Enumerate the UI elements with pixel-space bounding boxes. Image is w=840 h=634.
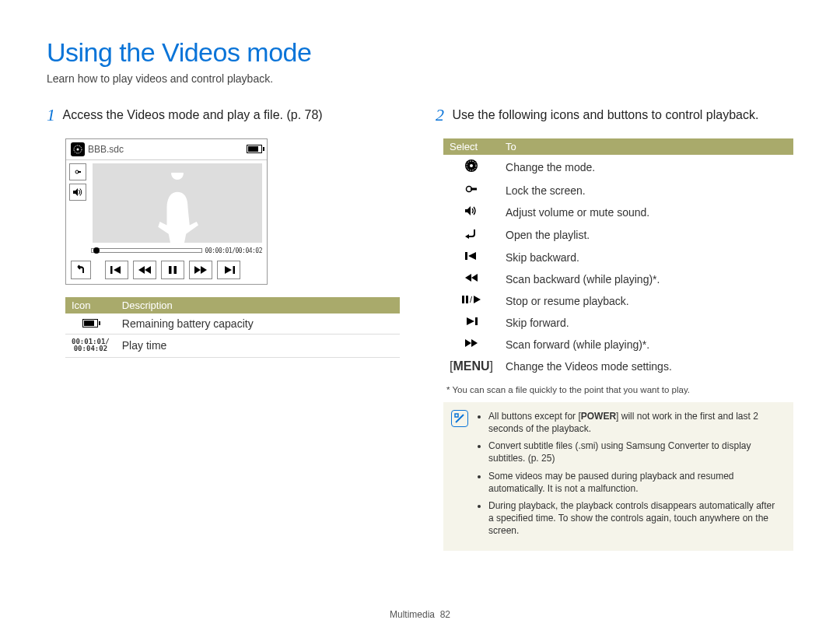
desc-cell: Play time (116, 334, 400, 357)
table-row: Lock the screen. (443, 180, 793, 201)
note-item: Some videos may be paused during playbac… (488, 470, 782, 495)
skip-forward-button[interactable] (217, 261, 240, 279)
svg-rect-22 (465, 252, 467, 260)
back-icon (464, 229, 478, 242)
desc-cell: Stop or resume playback. (499, 290, 793, 312)
note-icon (451, 410, 468, 427)
footnote: * You can scan a file quickly to the poi… (446, 385, 793, 394)
svg-marker-21 (465, 234, 469, 239)
svg-marker-24 (465, 274, 471, 282)
svg-marker-8 (145, 266, 151, 274)
svg-marker-7 (138, 266, 145, 274)
pause-play-icon: / (461, 294, 481, 307)
th-select: Select (443, 138, 499, 155)
svg-marker-32 (465, 339, 471, 347)
note-item: Convert subtitle files (.smi) using Sams… (488, 440, 782, 464)
th-description: Description (116, 297, 400, 313)
desc-cell: Scan forward (while playing)*. (499, 334, 793, 356)
left-column: 1 Access the Videos mode and play a file… (47, 103, 404, 551)
icon-description-table: Icon Description Remaining battery capac… (65, 297, 400, 358)
desc-cell: Change the mode. (499, 155, 793, 180)
page-title: Using the Videos mode (47, 37, 793, 68)
th-icon: Icon (65, 297, 116, 313)
table-row: Scan forward (while playing)*. (443, 334, 793, 356)
table-row: Change the mode. (443, 155, 793, 180)
note-item: All buttons except for [POWER] will not … (488, 410, 782, 435)
footer-page-number: 82 (440, 609, 450, 620)
table-row: Open the playlist. (443, 223, 793, 247)
right-column: 2 Use the following icons and buttons to… (436, 103, 793, 551)
menu-icon: MENU (453, 359, 489, 373)
desc-cell: Lock the screen. (499, 180, 793, 201)
note-box: All buttons except for [POWER] will not … (443, 402, 793, 552)
svg-marker-4 (73, 188, 78, 196)
lock-icon[interactable] (69, 163, 86, 180)
battery-icon (82, 319, 98, 328)
file-name: BBB.sdc (88, 144, 247, 155)
svg-rect-34 (455, 414, 458, 417)
back-button[interactable] (71, 261, 91, 279)
desc-cell: Change the Videos mode settings. (499, 356, 793, 377)
table-row: [MENU] Change the Videos mode settings. (443, 356, 793, 377)
svg-marker-11 (194, 266, 201, 274)
svg-marker-13 (225, 266, 232, 274)
svg-marker-23 (468, 252, 476, 260)
video-preview (93, 163, 262, 243)
mode-icon (71, 142, 85, 156)
svg-marker-29 (474, 296, 481, 303)
svg-rect-3 (78, 171, 81, 173)
note-item: During playback, the playback controls d… (488, 499, 782, 538)
desc-cell: Skip forward. (499, 312, 793, 334)
svg-marker-25 (471, 274, 478, 282)
skip-backward-icon (464, 250, 478, 264)
table-row: / Stop or resume playback. (443, 290, 793, 312)
desc-cell: Scan backward (while playing)*. (499, 268, 793, 290)
desc-cell: Skip backward. (499, 247, 793, 268)
skip-backward-button[interactable] (105, 261, 128, 279)
svg-marker-33 (471, 339, 478, 347)
svg-rect-31 (475, 317, 478, 325)
svg-marker-20 (465, 206, 471, 215)
table-row: Remaining battery capacity (65, 313, 400, 335)
pause-button[interactable] (161, 261, 184, 279)
skip-forward-icon (464, 316, 478, 329)
scan-backward-button[interactable] (133, 261, 156, 279)
mode-icon (464, 162, 478, 175)
svg-rect-19 (471, 187, 477, 190)
step-1-number: 1 (47, 105, 55, 124)
device-screenshot: BBB.sdc (65, 138, 268, 285)
page-subtitle: Learn how to play videos and control pla… (47, 72, 793, 85)
select-to-table: Select To Change the mode. Lock the scre… (443, 138, 793, 377)
desc-cell: Open the playlist. (499, 223, 793, 247)
table-row: Skip forward. (443, 312, 793, 334)
svg-point-1 (77, 148, 79, 150)
desc-cell: Remaining battery capacity (116, 313, 400, 335)
svg-marker-6 (114, 266, 121, 274)
svg-point-17 (470, 164, 473, 167)
scan-backward-icon (464, 272, 478, 285)
svg-rect-14 (233, 266, 236, 274)
svg-text:/: / (470, 295, 473, 304)
svg-rect-26 (462, 296, 464, 303)
lock-icon (464, 184, 478, 197)
table-row: Scan backward (while playing)*. (443, 268, 793, 290)
svg-marker-12 (201, 266, 207, 274)
svg-rect-27 (466, 296, 468, 303)
table-row: Adjust volume or mute sound. (443, 201, 793, 223)
page-footer: Multimedia 82 (0, 609, 840, 620)
battery-icon (247, 145, 262, 153)
table-row: Skip backward. (443, 247, 793, 268)
step-2-number: 2 (436, 105, 444, 124)
table-row: 00:01:01/00:04:02 Play time (65, 334, 400, 357)
svg-rect-5 (110, 266, 113, 274)
progress-bar[interactable] (91, 248, 202, 253)
timecode: 00:00:01/00:04:02 (205, 247, 262, 254)
th-to: To (499, 138, 793, 155)
svg-marker-30 (467, 317, 474, 325)
step-2-text: Use the following icons and buttons to c… (452, 108, 758, 121)
svg-rect-9 (169, 266, 172, 274)
volume-icon[interactable] (69, 184, 86, 201)
scan-forward-button[interactable] (189, 261, 212, 279)
step-1-text: Access the Videos mode and play a file. … (63, 108, 323, 121)
scan-forward-icon (464, 338, 478, 351)
